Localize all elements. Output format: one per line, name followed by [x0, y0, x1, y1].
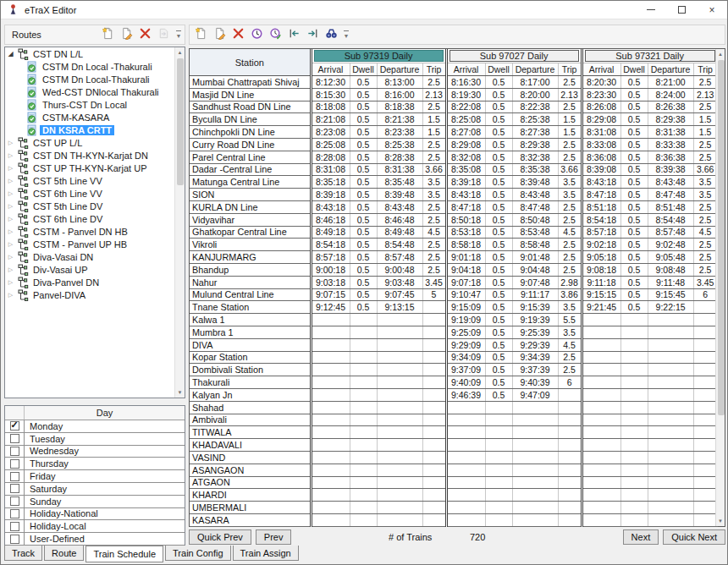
trip-cell[interactable]: 1.5	[693, 113, 717, 126]
departure-cell[interactable]: 8:46:48	[377, 213, 422, 226]
departure-cell[interactable]	[648, 351, 693, 364]
dwell-cell[interactable]: 0.5	[485, 226, 512, 239]
departure-cell[interactable]: 8:17:00	[512, 76, 558, 89]
trip-cell[interactable]	[693, 489, 717, 502]
departure-cell[interactable]	[377, 376, 422, 389]
dwell-cell[interactable]	[350, 401, 377, 414]
dwell-cell[interactable]	[620, 364, 648, 376]
trip-cell[interactable]	[558, 476, 582, 489]
trip-cell[interactable]: 3.5	[558, 326, 582, 338]
dwell-cell[interactable]: 0.5	[485, 326, 512, 338]
departure-cell[interactable]	[648, 414, 693, 426]
trip-cell[interactable]: 2.5	[422, 76, 446, 89]
arrival-cell[interactable]: 9:03:18	[311, 276, 350, 288]
day-checkbox[interactable]: ✓	[10, 421, 19, 431]
expand-icon[interactable]: ▷	[5, 292, 16, 299]
tree-item-schedule[interactable]: Thurs-CST Dn Local	[5, 98, 185, 111]
trip-cell[interactable]	[693, 338, 717, 351]
dwell-cell[interactable]	[485, 401, 512, 414]
tree-item-route[interactable]: ▷CST UP TH-KYN-Karjat UP	[5, 162, 185, 174]
tree-item-schedule[interactable]: CSTM-KASARA	[5, 111, 185, 123]
day-checkbox[interactable]	[10, 434, 19, 443]
arrival-cell[interactable]	[582, 513, 620, 526]
expand-icon[interactable]: ▷	[5, 266, 16, 273]
arrival-cell[interactable]	[582, 401, 620, 414]
dwell-cell[interactable]: 0.5	[485, 101, 512, 113]
dwell-cell[interactable]	[620, 326, 648, 338]
departure-cell[interactable]: 9:08:48	[648, 263, 693, 276]
edit-route-button[interactable]	[117, 26, 135, 43]
dwell-cell[interactable]	[350, 489, 377, 502]
trip-cell[interactable]: 3.66	[693, 163, 717, 176]
departure-cell[interactable]	[377, 338, 422, 351]
expand-icon[interactable]: ▷	[5, 165, 16, 172]
arrival-cell[interactable]: 8:39:18	[311, 189, 350, 201]
trip-cell[interactable]	[558, 426, 582, 439]
edit-train-button[interactable]	[210, 26, 229, 43]
arrival-cell[interactable]: 8:47:18	[446, 200, 485, 213]
arrival-cell[interactable]: 9:04:18	[446, 263, 485, 276]
trip-cell[interactable]: 4.5	[422, 226, 446, 239]
trip-cell[interactable]: 2.5	[558, 263, 582, 276]
arrival-cell[interactable]	[582, 439, 620, 452]
trip-cell[interactable]: 3.5	[558, 301, 582, 314]
arrival-cell[interactable]: 9:15:09	[446, 301, 485, 314]
departure-cell[interactable]: 8:21:00	[648, 76, 693, 89]
trip-cell[interactable]: 2.5	[422, 239, 446, 251]
departure-cell[interactable]: 9:07:48	[512, 276, 558, 288]
departure-cell[interactable]: 8:20:00	[512, 88, 558, 101]
tab-train-assign[interactable]: Train Assign	[233, 546, 299, 561]
departure-cell[interactable]: 8:58:48	[512, 239, 558, 251]
dwell-cell[interactable]: 0.5	[485, 138, 512, 151]
dwell-cell[interactable]: 0.5	[620, 239, 648, 251]
departure-cell[interactable]: 8:39:48	[377, 189, 422, 201]
trip-cell[interactable]: 3.66	[558, 163, 582, 176]
trip-cell[interactable]	[693, 476, 717, 489]
arrival-cell[interactable]	[582, 314, 620, 326]
departure-cell[interactable]	[377, 351, 422, 364]
maximize-button[interactable]	[666, 1, 697, 19]
dwell-cell[interactable]: 0.5	[350, 163, 377, 176]
trip-cell[interactable]	[422, 464, 446, 476]
departure-cell[interactable]	[377, 401, 422, 414]
departure-cell[interactable]	[512, 451, 558, 464]
dwell-cell[interactable]: 0.5	[620, 76, 648, 89]
arrival-cell[interactable]	[311, 426, 350, 439]
arrival-cell[interactable]: 8:16:30	[446, 76, 485, 89]
trip-cell[interactable]	[422, 314, 446, 326]
tab-route[interactable]: Route	[44, 546, 84, 561]
dwell-cell[interactable]: 0.5	[620, 88, 648, 101]
dwell-cell[interactable]	[485, 451, 512, 464]
dwell-cell[interactable]	[350, 351, 377, 364]
dwell-cell[interactable]	[485, 464, 512, 476]
trip-cell[interactable]	[422, 489, 446, 502]
dwell-cell[interactable]: 0.5	[485, 239, 512, 251]
trip-cell[interactable]: 2.5	[558, 138, 582, 151]
dwell-cell[interactable]	[485, 513, 512, 526]
dwell-cell[interactable]	[620, 502, 648, 514]
departure-cell[interactable]: 9:02:48	[648, 239, 693, 251]
departure-cell[interactable]: 8:47:48	[512, 200, 558, 213]
dwell-cell[interactable]	[620, 314, 648, 326]
dwell-cell[interactable]: 0.5	[620, 163, 648, 176]
dwell-cell[interactable]: 0.5	[485, 200, 512, 213]
departure-cell[interactable]	[377, 439, 422, 452]
shift-left-button[interactable]	[284, 26, 303, 43]
arrival-cell[interactable]: 8:15:30	[311, 88, 350, 101]
dwell-cell[interactable]: 0.5	[620, 213, 648, 226]
departure-cell[interactable]: 8:49:48	[377, 226, 422, 239]
arrival-cell[interactable]: 8:39:08	[582, 163, 620, 176]
departure-cell[interactable]	[648, 314, 693, 326]
expand-icon[interactable]: ▷	[5, 203, 16, 210]
tab-track[interactable]: Track	[4, 546, 42, 561]
scroll-thumb[interactable]	[177, 58, 184, 185]
dwell-cell[interactable]: 0.5	[350, 276, 377, 288]
dwell-cell[interactable]: 0.5	[485, 189, 512, 201]
trip-cell[interactable]	[422, 364, 446, 376]
arrival-cell[interactable]	[311, 364, 350, 376]
arrival-cell[interactable]	[311, 439, 350, 452]
dwell-cell[interactable]: 0.5	[350, 189, 377, 201]
departure-cell[interactable]	[377, 489, 422, 502]
trip-cell[interactable]: 2.5	[693, 200, 717, 213]
trip-cell[interactable]	[558, 414, 582, 426]
